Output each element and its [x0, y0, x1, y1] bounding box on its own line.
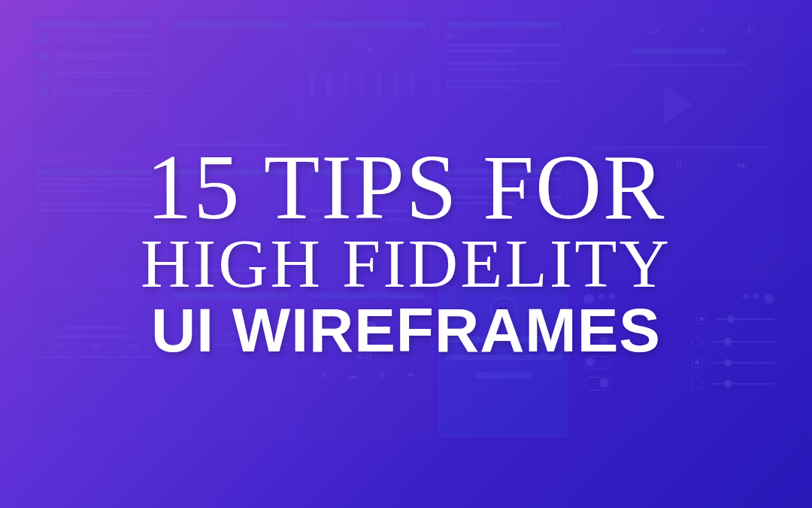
title-line-3: UI WIREFRAMES: [151, 297, 661, 364]
hero-title: 15 TIPS FOR HIGH FIDELITY UI WIREFRAMES: [0, 0, 812, 508]
title-line-1: 15 TIPS FOR: [147, 144, 666, 231]
title-line-2: HIGH FIDELITY: [141, 231, 671, 297]
